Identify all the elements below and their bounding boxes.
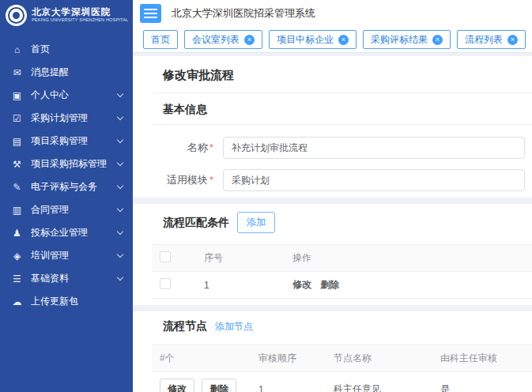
- column-director-review: 由科主任审核: [432, 345, 532, 372]
- chevron-down-icon: [117, 182, 123, 188]
- sidebar-item-training[interactable]: ◈ 培训管理: [0, 244, 133, 267]
- flow-nodes-table: #个 审核顺序 节点名称 由科主任审核 修改 删除 1: [152, 345, 532, 392]
- flow-nodes-header: 流程节点 添加节点: [152, 311, 532, 345]
- content-area: 修改审批流程 基本信息 名称* 适用模块* 流程匹配条件: [133, 53, 532, 392]
- module-label: 适用模块*: [152, 173, 213, 187]
- chevron-down-icon: [117, 159, 123, 165]
- close-icon[interactable]: ×: [338, 35, 349, 45]
- table-header-row: 序号 操作: [152, 245, 532, 272]
- row-actions: 修改 删除: [152, 372, 251, 392]
- delete-link[interactable]: 删除: [320, 279, 339, 290]
- column-hash: #个: [152, 345, 251, 372]
- sidebar-menu: ⌂ 首页 ✉ 消息提醒 ▣ 个人中心 ☑ 采购计划管理 ▤ 项目采购管理: [0, 30, 133, 313]
- match-conditions-header: 流程匹配条件 添加: [152, 204, 532, 244]
- sidebar-item-messages[interactable]: ✉ 消息提醒: [0, 61, 133, 84]
- add-node-link[interactable]: 添加节点: [215, 320, 253, 334]
- basic-info-form: 名称* 适用模块*: [152, 125, 532, 191]
- hospital-logo-row: 北京大学深圳医院 PEKING UNIVERSITY SHENZHEN HOSP…: [0, 0, 133, 30]
- top-bar: 北京大学深圳医院招采管理系统: [133, 0, 532, 27]
- project-icon: ▤: [10, 136, 24, 147]
- row-actions: 修改 删除: [285, 272, 532, 299]
- sidebar-item-personal-center[interactable]: ▣ 个人中心: [0, 84, 133, 107]
- required-mark: *: [209, 141, 213, 153]
- required-mark: *: [209, 174, 213, 186]
- match-conditions-title: 流程匹配条件: [163, 216, 229, 230]
- bid-icon: ⚒: [10, 159, 24, 170]
- hospital-name: 北京大学深圳医院: [32, 7, 128, 17]
- section-basic-info: 基本信息: [152, 93, 532, 125]
- flow-nodes-card: 流程节点 添加节点 #个 审核顺序 节点名称 由科主任审核: [133, 311, 532, 392]
- delete-button[interactable]: 删除: [202, 379, 236, 392]
- sidebar-item-evaluation-conference[interactable]: ✎ 电子评标与会务: [0, 175, 133, 198]
- table-row: 1 修改 删除: [152, 272, 532, 299]
- tab-bar: 首页 会议室列表 × 项目中标企业 × 采购评标结果 × 流程列表 × 流程 ×: [133, 27, 532, 53]
- hospital-logo-text: 北京大学深圳医院 PEKING UNIVERSITY SHENZHEN HOSP…: [32, 7, 128, 23]
- sidebar-item-purchase-plan[interactable]: ☑ 采购计划管理: [0, 107, 133, 130]
- module-form-row: 适用模块*: [152, 169, 532, 191]
- tab-winning-enterprise[interactable]: 项目中标企业 ×: [269, 30, 357, 49]
- sidebar: 北京大学深圳医院 PEKING UNIVERSITY SHENZHEN HOSP…: [0, 0, 133, 392]
- chevron-down-icon: [117, 90, 123, 96]
- chevron-down-icon: [117, 228, 123, 234]
- sidebar-item-project-purchase[interactable]: ▤ 项目采购管理: [0, 130, 133, 153]
- layers-icon: ☰: [10, 273, 24, 285]
- chevron-down-icon: [117, 273, 123, 280]
- match-conditions-table: 序号 操作 1 修改 删除: [152, 244, 532, 299]
- chevron-down-icon: [117, 251, 123, 257]
- name-form-row: 名称*: [152, 137, 532, 159]
- name-label: 名称*: [152, 141, 213, 155]
- sidebar-item-home[interactable]: ⌂ 首页: [0, 38, 133, 61]
- hospital-logo-icon: [6, 5, 27, 26]
- app-title: 北京大学深圳医院招采管理系统: [172, 6, 315, 21]
- chevron-down-icon: [117, 113, 123, 119]
- column-order: 审核顺序: [251, 345, 326, 372]
- main-area: 北京大学深圳医院招采管理系统 首页 会议室列表 × 项目中标企业 × 采购评标结…: [133, 0, 532, 392]
- chevron-down-icon: [117, 136, 123, 142]
- home-icon: ⌂: [10, 44, 24, 55]
- bell-icon: ✉: [10, 67, 24, 78]
- sidebar-item-basic-data[interactable]: ☰ 基础资料: [0, 267, 133, 290]
- table-header-row: #个 审核顺序 节点名称 由科主任审核: [152, 345, 532, 372]
- sidebar-item-bidder-enterprise[interactable]: ♟ 投标企业管理: [0, 221, 133, 244]
- row-node-name: 科主任意见: [326, 372, 432, 392]
- training-icon: ◈: [10, 251, 24, 262]
- column-action: 操作: [285, 245, 532, 272]
- menu-toggle-button[interactable]: [140, 4, 161, 23]
- row-index: 1: [196, 272, 285, 299]
- close-icon[interactable]: ×: [507, 35, 518, 45]
- close-icon[interactable]: ×: [432, 35, 443, 45]
- add-condition-button[interactable]: 添加: [237, 212, 275, 233]
- close-icon[interactable]: ×: [244, 35, 255, 45]
- column-index: 序号: [196, 245, 285, 272]
- tab-meeting-room-list[interactable]: 会议室列表 ×: [184, 30, 262, 49]
- company-icon: ♟: [10, 228, 24, 239]
- edit-button[interactable]: 修改: [160, 379, 194, 392]
- flow-nodes-title: 流程节点: [163, 319, 207, 334]
- row-director-review: 是: [432, 372, 532, 392]
- sidebar-item-upload-package[interactable]: ☁ 上传更新包: [0, 290, 133, 313]
- hospital-name-en: PEKING UNIVERSITY SHENZHEN HOSPITAL: [32, 17, 128, 22]
- edit-link[interactable]: 修改: [292, 279, 311, 290]
- tab-process-list[interactable]: 流程列表 ×: [457, 30, 526, 49]
- chevron-down-icon: [117, 205, 123, 211]
- row-order: 1: [251, 372, 326, 392]
- name-input[interactable]: [223, 137, 525, 159]
- page-title: 修改审批流程: [152, 56, 532, 93]
- basic-info-card: 修改审批流程 基本信息 名称* 适用模块*: [133, 56, 532, 198]
- select-all-checkbox[interactable]: [160, 251, 171, 262]
- module-select[interactable]: [223, 169, 525, 191]
- plan-icon: ☑: [10, 113, 24, 124]
- upload-cloud-icon: ☁: [10, 296, 24, 307]
- tab-home[interactable]: 首页: [143, 30, 178, 49]
- match-conditions-card: 流程匹配条件 添加 序号 操作 1: [133, 204, 532, 305]
- tab-evaluation-result[interactable]: 采购评标结果 ×: [363, 30, 451, 49]
- row-checkbox[interactable]: [160, 278, 171, 289]
- contract-icon: ▥: [10, 205, 24, 216]
- table-row: 修改 删除 1 科主任意见 是: [152, 372, 532, 392]
- column-node-name: 节点名称: [326, 345, 432, 372]
- sidebar-item-bidding-management[interactable]: ⚒ 项目采购招标管理: [0, 153, 133, 175]
- user-card-icon: ▣: [10, 90, 24, 101]
- evaluation-icon: ✎: [10, 182, 24, 193]
- sidebar-item-contract-management[interactable]: ▥ 合同管理: [0, 198, 133, 221]
- app-window: 北京大学深圳医院 PEKING UNIVERSITY SHENZHEN HOSP…: [0, 0, 532, 392]
